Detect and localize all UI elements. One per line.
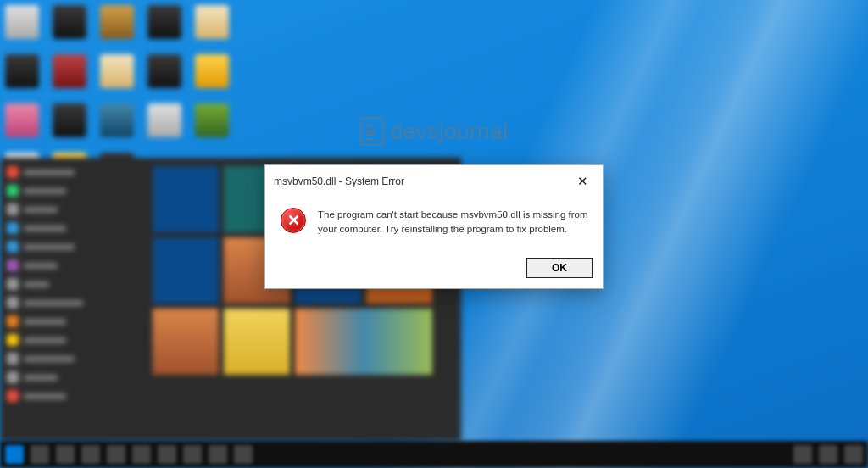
taskbar-icon[interactable] [158,445,176,464]
taskbar [0,441,868,468]
list-item[interactable] [7,259,137,271]
desktop-icon[interactable] [195,5,229,39]
taskbar-icon[interactable] [56,445,75,464]
list-item[interactable] [7,222,137,234]
tray-icon[interactable] [819,445,837,464]
start-tile[interactable] [224,309,290,375]
tray-icon[interactable] [844,445,863,464]
taskbar-icon[interactable] [209,445,227,464]
desktop-icon[interactable] [53,103,86,137]
devsjournal-logo-icon [360,117,384,146]
desktop-icon[interactable] [147,54,181,88]
start-tile[interactable] [153,309,219,375]
error-dialog: msvbvm50.dll - System Error ✕ ✕ The prog… [264,164,604,289]
ok-button[interactable]: OK [526,258,593,278]
desktop-icon[interactable] [195,103,229,137]
start-tile[interactable] [153,237,219,304]
start-button[interactable] [5,445,24,464]
desktop-icon[interactable] [53,5,86,39]
desktop-icon[interactable] [100,103,134,137]
list-item[interactable] [7,334,137,346]
list-item[interactable] [7,353,137,365]
desktop-icon[interactable] [100,5,134,39]
taskbar-icon[interactable] [183,445,202,464]
dialog-titlebar[interactable]: msvbvm50.dll - System Error ✕ [265,165,603,196]
list-item[interactable] [7,241,137,253]
dialog-title: msvbvm50.dll - System Error [274,176,404,187]
error-x-icon: ✕ [287,213,300,228]
dialog-footer: OK [265,251,603,288]
desktop-icon[interactable] [195,54,229,88]
start-tile[interactable] [153,166,219,232]
close-icon: ✕ [577,174,588,189]
taskbar-icon[interactable] [132,445,151,464]
desktop-icon[interactable] [53,54,86,88]
list-item[interactable] [7,297,137,309]
watermark-text: devsjournal [391,119,508,145]
taskbar-icon[interactable] [81,445,100,464]
desktop-icon[interactable] [5,54,39,88]
close-button[interactable]: ✕ [570,172,594,191]
list-item[interactable] [7,315,137,327]
desktop-icon[interactable] [147,5,181,39]
desktop-icon[interactable] [100,54,134,88]
taskbar-icon[interactable] [31,445,49,464]
list-item[interactable] [7,185,137,197]
desktop-icon[interactable] [147,103,181,137]
dialog-message: The program can't start because msvbvm50… [318,208,589,236]
list-item[interactable] [7,166,137,178]
desktop-icon[interactable] [5,5,39,39]
list-item[interactable] [7,371,137,383]
tray-icon[interactable] [793,445,812,464]
taskbar-icon[interactable] [234,445,253,464]
watermark: devsjournal [360,117,508,146]
taskbar-icon[interactable] [107,445,125,464]
start-tile[interactable] [295,309,432,375]
start-menu-app-list [0,158,144,441]
desktop-icon[interactable] [5,103,39,137]
dialog-body: ✕ The program can't start because msvbvm… [265,196,603,251]
list-item[interactable] [7,203,137,215]
error-icon: ✕ [281,208,306,233]
list-item[interactable] [7,278,137,290]
list-item[interactable] [7,390,137,402]
